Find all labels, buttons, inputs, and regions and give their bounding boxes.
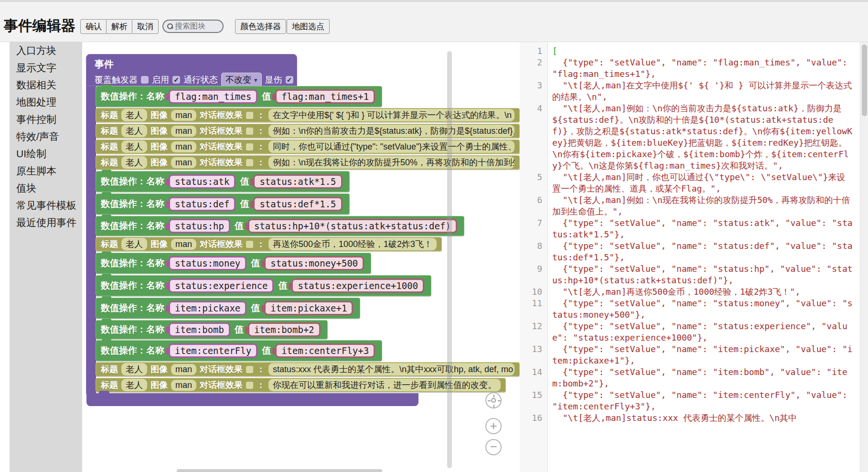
name-field[interactable]: status:money — [169, 256, 246, 270]
image-field[interactable]: man — [171, 239, 196, 250]
zoom-out-button[interactable]: − — [485, 439, 502, 455]
event-block-header[interactable]: 事件 覆盖触发器 启用 ✓ 通行状态 不改变 ▾ 显伤 ✓ — [86, 54, 297, 86]
workspace-vertical-scrollbar[interactable] — [447, 51, 452, 468]
damage-checkbox[interactable]: ✓ — [286, 76, 293, 84]
title-field[interactable]: 老人 — [121, 238, 147, 250]
name-field[interactable]: status:def — [169, 197, 236, 211]
title-field[interactable]: 老人 — [121, 140, 147, 153]
code-line[interactable]: {"type": "setValue", "name": "status:exp… — [548, 321, 860, 343]
code-line[interactable]: "\t[老人,man]例如：\n你的当前攻击力是${status:atk}，防御… — [548, 103, 860, 172]
code-line[interactable]: {"type": "setValue", "name": "status:hp"… — [548, 263, 860, 286]
sidebar-item-show-text[interactable]: 显示文字 — [10, 59, 82, 76]
image-field[interactable]: man — [171, 364, 196, 375]
name-field[interactable]: item:centerFly — [169, 343, 257, 358]
text-field[interactable]: 例如：\n现在我将让你的攻防提升50%，再将攻防和的十倍加到生命值上。 — [268, 156, 514, 169]
text-field[interactable]: 同时，你也可以通过{"type": "setValue"}来设置一个勇士的属性、… — [268, 140, 514, 153]
block-setvalue-status-hp[interactable]: 数值操作：名称 status:hp 值 status:hp+10*(status… — [96, 216, 464, 236]
value-field[interactable]: status:experience+1000 — [291, 279, 424, 293]
block-setvalue-status-money[interactable]: 数值操作：名称 status:money 值 status:money+500 — [96, 253, 371, 274]
text-field[interactable]: 再送你500金币，1000经验，1破2炸3飞！ — [268, 238, 437, 250]
block-setvalue-item-pickaxe[interactable]: 数值操作：名称 item:pickaxe 值 item:pickaxe+1 — [96, 298, 360, 319]
code-vertical-scrollbar[interactable] — [860, 42, 868, 472]
block-text-intro[interactable]: 标题 老人 图像 man 对话框效果 ： 在文字中使用${' ${ '}和 } … — [96, 108, 520, 122]
code-line[interactable]: {"type": "setValue", "name": "status:def… — [548, 240, 860, 263]
json-code-editor[interactable]: 1[ 2 {"type": "setValue", "name": "flag:… — [520, 42, 868, 472]
zoom-in-button[interactable]: + — [485, 418, 502, 434]
text-field[interactable]: status:xxx 代表勇士的某个属性。\n其中xxx可取hp, atk, d… — [268, 363, 514, 375]
code-line[interactable]: "\t[老人,man]同时，你也可以通过{\"type\": \"setValu… — [548, 172, 860, 194]
text-field[interactable]: 你现在可以重新和我进行对话，进一步看到属性值的改变。 — [268, 379, 501, 391]
value-field[interactable]: flag:man_times+1 — [275, 89, 375, 104]
code-line[interactable]: {"type": "setValue", "name": "status:atk… — [548, 217, 860, 240]
image-field[interactable]: man — [171, 141, 196, 152]
code-line[interactable]: {"type": "setValue", "name": "item:picka… — [548, 343, 860, 366]
zoom-reset-button[interactable] — [485, 392, 502, 408]
value-field[interactable]: status:hp+10*(status:atk+status:def) — [248, 219, 457, 233]
sidebar-item-entry-blocks[interactable]: 入口方块 — [10, 42, 82, 59]
dialog-effect-checkbox[interactable] — [246, 143, 253, 150]
block-text-status-hint[interactable]: 标题 老人 图像 man 对话框效果 ： status:xxx 代表勇士的某个属… — [96, 362, 520, 376]
block-text-retalk-hint[interactable]: 标题 老人 图像 man 对话框效果 ： 你现在可以重新和我进行对话，进一步看到… — [96, 378, 506, 392]
sidebar-item-templates[interactable]: 常见事件模板 — [10, 197, 82, 214]
sidebar-item-recent-events[interactable]: 最近使用事件 — [10, 214, 82, 231]
image-field[interactable]: man — [171, 157, 196, 168]
sidebar-item-map[interactable]: 地图处理 — [10, 94, 82, 111]
code-line[interactable]: "\t[老人,man]例如：\n现在我将让你的攻防提升50%，再将攻防和的十倍加… — [548, 194, 860, 217]
block-text-setvalue-hint[interactable]: 标题 老人 图像 man 对话框效果 ： 同时，你也可以通过{"type": "… — [96, 139, 520, 154]
value-field[interactable]: item:bomb+2 — [248, 322, 321, 337]
title-field[interactable]: 老人 — [121, 125, 147, 137]
search-input[interactable] — [175, 22, 218, 31]
block-text-example-atk[interactable]: 标题 老人 图像 man 对话框效果 ： 例如：\n你的当前攻击力是${stat… — [96, 124, 520, 138]
pass-state-dropdown[interactable]: 不改变 ▾ — [221, 73, 262, 87]
value-field[interactable]: status:atk*1.5 — [253, 174, 342, 189]
color-picker-button[interactable]: 颜色选择器 — [235, 19, 286, 34]
code-line[interactable]: {"type": "setValue", "name": "status:mon… — [548, 298, 860, 321]
code-line[interactable]: {"type": "setValue", "name": "flag:man_t… — [548, 57, 860, 80]
title-field[interactable]: 老人 — [121, 363, 147, 375]
dialog-effect-checkbox[interactable] — [246, 128, 253, 135]
code-line[interactable]: {"type": "setValue", "name": "item:cente… — [548, 389, 860, 412]
sidebar-item-event-control[interactable]: 事件控制 — [10, 111, 82, 128]
cancel-button[interactable]: 取消 — [132, 19, 159, 34]
block-text-boost-hint[interactable]: 标题 老人 图像 man 对话框效果 ： 例如：\n现在我将让你的攻防提升50%… — [96, 155, 520, 170]
code-line[interactable]: "\t[老人,man]再送你500金币，1000经验，1破2炸3飞！", — [548, 286, 860, 298]
text-field[interactable]: 例如：\n你的当前攻击力是${status:atk}，防御力是${status:… — [268, 125, 514, 137]
confirm-button[interactable]: 确认 — [80, 19, 107, 34]
block-setvalue-status-atk[interactable]: 数值操作：名称 status:atk 值 status:atk*1.5 — [96, 171, 350, 192]
event-block-footer[interactable] — [86, 393, 418, 406]
sidebar-item-native-script[interactable]: 原生脚本 — [10, 162, 82, 180]
title-field[interactable]: 老人 — [121, 379, 147, 391]
name-field[interactable]: item:pickaxe — [169, 301, 246, 315]
name-field[interactable]: flag:man_times — [169, 89, 257, 104]
title-field[interactable]: 老人 — [121, 109, 147, 121]
sidebar-item-ui-draw[interactable]: UI绘制 — [10, 145, 82, 162]
value-field[interactable]: item:pickaxe+1 — [264, 301, 353, 315]
scrollbar-thumb[interactable] — [862, 44, 867, 116]
sidebar-item-fx-sound[interactable]: 特效/声音 — [10, 128, 82, 145]
title-field[interactable]: 老人 — [121, 156, 147, 169]
block-text-reward[interactable]: 标题 老人 图像 man 对话框效果 ： 再送你500金币，1000经验，1破2… — [96, 237, 442, 251]
code-line[interactable]: "\t[老人,man]在文字中使用${' ${ '}和 } 可以计算并显示一个表… — [548, 80, 860, 103]
sidebar-item-value-blocks[interactable]: 值块 — [10, 180, 82, 197]
dialog-effect-checkbox[interactable] — [246, 366, 253, 373]
name-field[interactable]: item:bomb — [169, 322, 230, 337]
value-field[interactable]: status:money+500 — [264, 256, 364, 270]
sidebar-item-data[interactable]: 数据相关 — [10, 76, 82, 94]
name-field[interactable]: status:atk — [169, 174, 236, 189]
trigger-checkbox[interactable] — [141, 76, 149, 84]
dialog-effect-checkbox[interactable] — [246, 241, 253, 248]
name-field[interactable]: status:hp — [169, 219, 230, 233]
workspace-horizontal-scrollbar[interactable] — [177, 469, 382, 472]
code-line[interactable]: [ — [548, 45, 860, 57]
image-field[interactable]: man — [171, 380, 196, 391]
parse-button[interactable]: 解析 — [106, 19, 133, 34]
code-line[interactable]: "\t[老人,man]status:xxx 代表勇士的某个属性。\n其中 — [548, 412, 860, 424]
block-setvalue-status-def[interactable]: 数值操作：名称 status:def 值 status:def*1.5 — [96, 193, 350, 215]
dialog-effect-checkbox[interactable] — [246, 382, 253, 389]
block-setvalue-flag-man-times[interactable]: 数值操作：名称 flag:man_times 值 flag:man_times+… — [96, 86, 382, 107]
image-field[interactable]: man — [171, 126, 196, 137]
text-field[interactable]: 在文字中使用${' ${ '}和 } 可以计算并显示一个表达式的结果。\n — [268, 109, 514, 121]
value-field[interactable]: status:def*1.5 — [253, 197, 342, 211]
block-setvalue-item-bomb[interactable]: 数值操作：名称 item:bomb 值 item:bomb+2 — [96, 320, 328, 339]
map-pick-button[interactable]: 地图选点 — [287, 19, 330, 34]
